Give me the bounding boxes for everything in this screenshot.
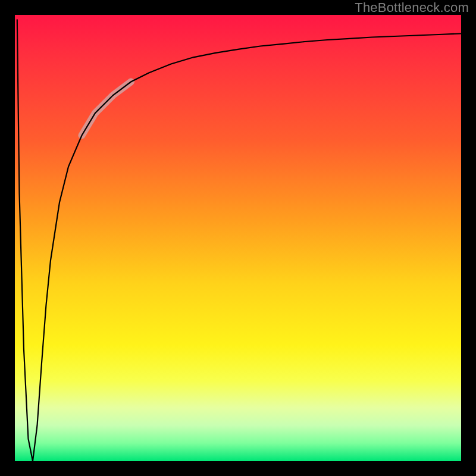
bottleneck-curve — [17, 20, 461, 462]
curve-svg — [15, 15, 461, 461]
chart-frame: TheBottleneck.com — [0, 0, 476, 476]
watermark-text: TheBottleneck.com — [355, 0, 469, 15]
plot-area — [15, 15, 461, 461]
curve-highlight — [82, 82, 131, 136]
